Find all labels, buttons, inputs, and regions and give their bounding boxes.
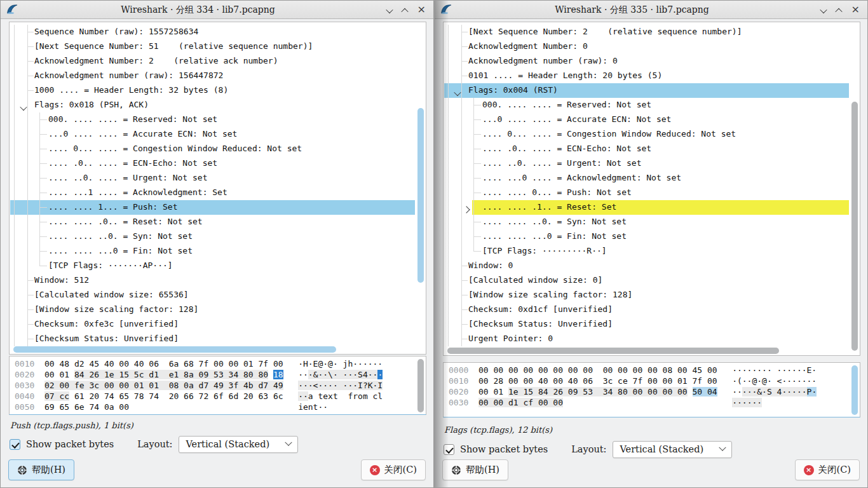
tree-row[interactable]: ...0 .... .... = Accurate ECN: Not set <box>10 127 415 142</box>
chevron-up-icon <box>835 8 842 15</box>
tree-row[interactable]: Flags: 0x018 (PSH, ACK) <box>10 98 415 112</box>
close-button[interactable]: × 关闭(C) <box>795 459 860 480</box>
help-button[interactable]: 帮助(H) <box>8 459 74 480</box>
layout-select[interactable]: Vertical (Stacked) <box>613 441 732 458</box>
tree-row[interactable]: .... .... ...0 = Fin: Not set <box>10 244 415 259</box>
packet-detail-tree[interactable]: Sequence Number (raw): 1557258634[Next S… <box>9 22 426 355</box>
tree-row[interactable]: ...0 .... .... = Accurate ECN: Not set <box>444 112 849 127</box>
tree-row[interactable]: Urgent Pointer: 0 <box>444 332 849 346</box>
tree-row[interactable]: [TCP Flags: ·······AP···] <box>10 259 415 273</box>
tree-row[interactable]: Flags: 0x004 (RST) <box>444 83 849 98</box>
layout-select[interactable]: Vertical (Stacked) <box>179 436 298 453</box>
tree-row[interactable]: 1000 .... = Header Length: 32 bytes (8) <box>10 83 415 98</box>
tree-row[interactable]: [TCP Flags: ·········R··] <box>444 244 849 259</box>
hex-row[interactable]: 0020 00 01 84 26 1e 15 5c d1 e1 8a 09 53… <box>15 369 414 380</box>
tree-row[interactable]: .... .... ..0. = Syn: Not set <box>444 215 849 229</box>
tree-row[interactable]: 000. .... .... = Reserved: Not set <box>10 112 415 127</box>
tree-guide <box>14 273 15 288</box>
collapse-arrow-icon[interactable] <box>455 88 460 98</box>
titlebar[interactable]: Wireshark · 分组 335 · lib7.pcapng × <box>435 1 867 19</box>
scrollbar-thumb[interactable] <box>851 102 858 351</box>
tree-row[interactable]: Sequence Number (raw): 1557258634 <box>10 25 415 39</box>
checkmark-icon <box>11 440 20 449</box>
titlebar[interactable]: Wireshark · 分组 334 · lib7.pcapng × <box>1 1 433 19</box>
tree-row[interactable]: .... .0.. .... = ECN-Echo: Not set <box>10 156 415 171</box>
tree-row[interactable]: .... ...1 .... = Acknowledgment: Set <box>10 186 415 200</box>
tree-row[interactable]: 0101 .... = Header Length: 20 bytes (5) <box>444 69 849 83</box>
tree-row[interactable]: Acknowledgment number (raw): 0 <box>444 54 849 69</box>
tree-row[interactable]: .... ..0. .... = Urgent: Not set <box>10 171 415 186</box>
tree-row[interactable]: 000. .... .... = Reserved: Not set <box>444 98 849 112</box>
packet-bytes-pane[interactable]: 0000 00 00 00 00 00 00 00 00 00 00 00 00… <box>443 362 860 417</box>
tree-row[interactable]: .... .... .1.. = Reset: Set <box>444 200 849 215</box>
hex-row[interactable]: 0010 00 28 00 00 40 00 40 06 3c ce 7f 00… <box>449 376 848 386</box>
scrollbar-thumb[interactable] <box>417 359 424 412</box>
tree-guide <box>461 295 468 295</box>
hex-vertical-scrollbar[interactable] <box>417 358 424 413</box>
tree-horizontal-scrollbar[interactable] <box>445 348 848 354</box>
tree-vertical-scrollbar[interactable] <box>417 24 424 346</box>
tree-guide <box>461 76 468 76</box>
hex-vertical-scrollbar[interactable] <box>851 364 858 416</box>
unshade-window-button[interactable] <box>836 4 841 16</box>
tree-row[interactable]: .... 0... .... = Congestion Window Reduc… <box>10 142 415 156</box>
tree-row[interactable]: Window: 0 <box>444 259 849 273</box>
tree-row[interactable]: Acknowledgment number (raw): 156447872 <box>10 69 415 83</box>
close-window-button[interactable]: × <box>851 1 860 18</box>
packet-bytes-pane[interactable]: 0010 00 48 d2 45 40 00 40 06 6a 68 7f 00… <box>9 356 426 415</box>
tree-vertical-scrollbar[interactable] <box>851 24 858 347</box>
tree-row[interactable]: [Calculated window size: 65536] <box>10 288 415 302</box>
tree-row[interactable]: Checksum: 0xfe3c [unverified] <box>10 317 415 332</box>
tree-row[interactable]: [Calculated window size: 0] <box>444 273 849 288</box>
scrollbar-thumb[interactable] <box>851 365 858 415</box>
tree-horizontal-scrollbar[interactable] <box>11 346 414 353</box>
hex-row[interactable]: 0000 00 00 00 00 00 00 00 00 00 00 00 00… <box>449 365 848 376</box>
shade-window-button[interactable] <box>821 4 826 16</box>
hex-row[interactable]: 0020 00 01 1e 15 84 26 09 53 34 80 00 00… <box>449 386 848 397</box>
tree-row[interactable]: .... .... ..0. = Syn: Not set <box>10 229 415 244</box>
unshade-window-button[interactable] <box>402 4 407 16</box>
hex-row[interactable]: 0030 00 00 d1 cf 00 00 ······ <box>449 397 848 408</box>
expand-arrow-icon[interactable] <box>464 205 469 214</box>
tree-row[interactable]: Acknowledgment Number: 2 (relative ack n… <box>10 54 415 69</box>
tree-row[interactable]: [Checksum Status: Unverified] <box>444 317 849 332</box>
field-status-text: Flags (tcp.flags), 12 bit(s) <box>444 425 552 435</box>
hex-row[interactable]: 0030 02 00 fe 3c 00 00 01 01 08 0a d7 49… <box>15 380 414 391</box>
tree-row[interactable]: [Checksum Status: Unverified] <box>10 332 415 346</box>
tree-row[interactable]: [Next Sequence Number: 2 (relative seque… <box>444 25 849 39</box>
tree-row[interactable]: .... 0... .... = Congestion Window Reduc… <box>444 127 849 142</box>
tree-row[interactable]: .... ..0. .... = Urgent: Not set <box>444 156 849 171</box>
tree-row-text: Window: 512 <box>34 275 89 285</box>
tree-row[interactable]: .... .... ...0 = Fin: Not set <box>444 229 849 244</box>
scrollbar-thumb[interactable] <box>417 108 424 283</box>
help-button[interactable]: 帮助(H) <box>442 459 508 480</box>
help-button-label: 帮助(H) <box>32 464 65 476</box>
wireshark-fin-icon <box>440 3 452 16</box>
close-button[interactable]: × 关闭(C) <box>361 459 426 480</box>
tree-guide <box>14 112 15 127</box>
tree-row[interactable]: Acknowledgment Number: 0 <box>444 39 849 54</box>
scrollbar-thumb[interactable] <box>447 348 779 354</box>
tree-row[interactable]: .... .0.. .... = ECN-Echo: Not set <box>444 142 849 156</box>
close-window-button[interactable]: × <box>417 1 426 18</box>
tree-row[interactable]: .... ...0 .... = Acknowledgment: Not set <box>444 171 849 186</box>
packet-detail-tree[interactable]: [Next Sequence Number: 2 (relative seque… <box>443 22 860 356</box>
tree-row[interactable]: [Next Sequence Number: 51 (relative sequ… <box>10 39 415 54</box>
tree-row[interactable]: .... .... .0.. = Reset: Not set <box>10 215 415 229</box>
tree-row[interactable]: Checksum: 0xd1cf [unverified] <box>444 302 849 317</box>
tree-row[interactable]: .... .... 1... = Push: Set <box>10 200 415 215</box>
show-packet-bytes-checkbox[interactable] <box>444 444 454 455</box>
tree-row[interactable]: [Window size scaling factor: 128] <box>10 302 415 317</box>
tree-row[interactable]: Window: 512 <box>10 273 415 288</box>
hex-row[interactable]: 0050 69 65 6e 74 0a 00 ient·· <box>15 402 414 412</box>
hex-row[interactable]: 0040 07 cc 61 20 74 65 78 74 20 66 72 6f… <box>15 391 414 402</box>
scrollbar-thumb[interactable] <box>13 346 336 353</box>
collapse-arrow-icon[interactable] <box>21 103 26 112</box>
tree-guide <box>39 222 47 222</box>
tree-row[interactable]: .... .... 0... = Push: Not set <box>444 186 849 200</box>
tree-row[interactable]: [Window size scaling factor: 128] <box>444 288 849 302</box>
tree-row-text: ...0 .... .... = Accurate ECN: Not set <box>482 114 671 124</box>
shade-window-button[interactable] <box>387 4 392 16</box>
show-packet-bytes-checkbox[interactable] <box>10 439 20 450</box>
hex-row[interactable]: 0010 00 48 d2 45 40 00 40 06 6a 68 7f 00… <box>15 358 414 369</box>
